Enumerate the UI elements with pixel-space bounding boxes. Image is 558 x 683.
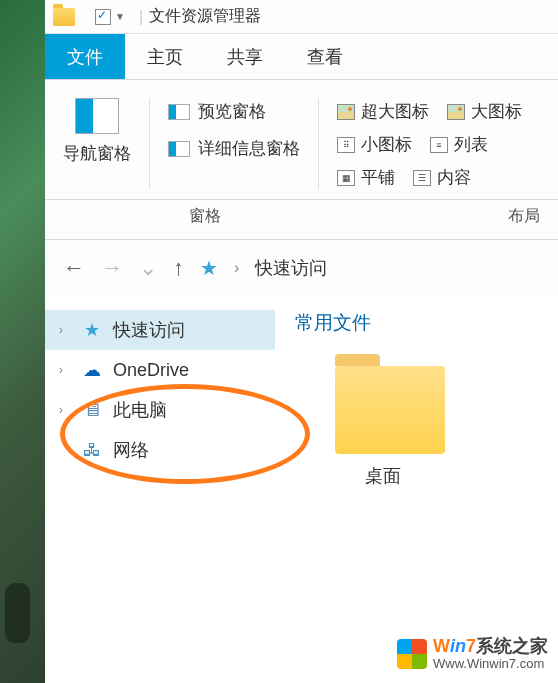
file-explorer-window: ▼ | 文件资源管理器 文件 主页 共享 查看 导航窗格 预览窗格 (45, 0, 558, 683)
chevron-right-icon[interactable]: › (59, 363, 71, 377)
address-bar: ← → ⌄ ↑ ★ › 快速访问 (45, 240, 558, 296)
content-heading: 常用文件 (295, 310, 558, 336)
view-tiles-button[interactable]: ▦ 平铺 (337, 166, 395, 189)
tree-quick-access[interactable]: › ★ 快速访问 (45, 310, 275, 350)
tree-network[interactable]: 🖧 网络 (45, 430, 275, 470)
watermark-rest: 系统之家 (476, 636, 548, 656)
recent-dropdown-icon[interactable]: ⌄ (139, 255, 157, 281)
large-icon (447, 104, 465, 120)
star-icon: ★ (81, 319, 103, 341)
tree-network-label: 网络 (113, 438, 149, 462)
folder-icon[interactable] (335, 366, 445, 454)
chevron-right-icon[interactable]: › (59, 403, 71, 417)
view-content-button[interactable]: ☰ 内容 (413, 166, 471, 189)
extra-large-icon (337, 104, 355, 120)
content-pane: 常用文件 桌面 (275, 296, 558, 683)
tree-this-pc-label: 此电脑 (113, 398, 167, 422)
preview-pane-label: 预览窗格 (198, 100, 266, 123)
breadcrumb-location[interactable]: 快速访问 (255, 256, 327, 280)
preview-pane-button[interactable]: 预览窗格 (168, 100, 300, 123)
tree-onedrive-label: OneDrive (113, 360, 189, 381)
cloud-icon: ☁ (81, 359, 103, 381)
large-label: 大图标 (471, 100, 522, 123)
tab-home[interactable]: 主页 (125, 34, 205, 79)
tree-this-pc[interactable]: › 🖥 此电脑 (45, 390, 275, 430)
ribbon-group-nav: 导航窗格 (45, 98, 150, 189)
star-icon: ★ (200, 256, 218, 280)
breadcrumb-separator: › (234, 259, 239, 277)
navigation-pane-icon (75, 98, 119, 134)
network-icon: 🖧 (81, 439, 103, 461)
small-label: 小图标 (361, 133, 412, 156)
details-pane-icon (168, 141, 190, 157)
chevron-right-icon[interactable]: › (59, 323, 71, 337)
details-pane-label: 详细信息窗格 (198, 137, 300, 160)
tab-file[interactable]: 文件 (45, 34, 125, 79)
back-button[interactable]: ← (63, 255, 85, 281)
group-label-layout: 布局 (365, 206, 558, 227)
watermark-7: 7 (466, 636, 476, 656)
ribbon-group-labels: 窗格 布局 (45, 200, 558, 240)
extra-large-label: 超大图标 (361, 100, 429, 123)
content-icon: ☰ (413, 170, 431, 186)
up-button[interactable]: ↑ (173, 255, 184, 281)
list-icon: ≡ (430, 137, 448, 153)
list-label: 列表 (454, 133, 488, 156)
forward-button[interactable]: → (101, 255, 123, 281)
watermark-text: Win7系统之家 Www.Winwin7.com (433, 637, 548, 671)
group-label-panes: 窗格 (45, 206, 365, 227)
ribbon-group-layout: 超大图标 大图标 ⠿ 小图标 ≡ 列表 (319, 98, 540, 189)
tiles-icon: ▦ (337, 170, 355, 186)
watermark-in: in (450, 636, 466, 656)
ribbon-tabs: 文件 主页 共享 查看 (45, 34, 558, 80)
view-list-button[interactable]: ≡ 列表 (430, 133, 488, 156)
folder-label[interactable]: 桌面 (365, 464, 558, 488)
window-title: 文件资源管理器 (149, 6, 261, 27)
navigation-pane-button[interactable]: 导航窗格 (63, 98, 131, 165)
tree-quick-access-label: 快速访问 (113, 318, 185, 342)
view-large-button[interactable]: 大图标 (447, 100, 522, 123)
view-extra-large-button[interactable]: 超大图标 (337, 100, 429, 123)
watermark-url: Www.Winwin7.com (433, 657, 548, 671)
title-bar: ▼ | 文件资源管理器 (45, 0, 558, 34)
qat-checkbox-icon[interactable] (95, 9, 111, 25)
tab-view[interactable]: 查看 (285, 34, 365, 79)
folder-icon (53, 8, 75, 26)
content-label: 内容 (437, 166, 471, 189)
title-separator: | (139, 8, 143, 26)
preview-pane-icon (168, 104, 190, 120)
small-icon: ⠿ (337, 137, 355, 153)
navigation-pane-label: 导航窗格 (63, 142, 131, 165)
desktop-background (0, 0, 45, 683)
tiles-label: 平铺 (361, 166, 395, 189)
windows-logo-icon (397, 639, 427, 669)
ribbon: 导航窗格 预览窗格 详细信息窗格 超大图标 (45, 80, 558, 200)
watermark-w: W (433, 636, 450, 656)
monitor-icon: 🖥 (81, 399, 103, 421)
navigation-tree: › ★ 快速访问 › ☁ OneDrive › 🖥 此电脑 🖧 网络 (45, 296, 275, 683)
qat-dropdown-icon[interactable]: ▼ (115, 11, 125, 22)
watermark: Win7系统之家 Www.Winwin7.com (397, 637, 548, 671)
main-area: › ★ 快速访问 › ☁ OneDrive › 🖥 此电脑 🖧 网络 常用文件 (45, 296, 558, 683)
tab-share[interactable]: 共享 (205, 34, 285, 79)
details-pane-button[interactable]: 详细信息窗格 (168, 137, 300, 160)
tree-onedrive[interactable]: › ☁ OneDrive (45, 350, 275, 390)
view-small-button[interactable]: ⠿ 小图标 (337, 133, 412, 156)
ribbon-group-panes: 预览窗格 详细信息窗格 (150, 98, 319, 189)
